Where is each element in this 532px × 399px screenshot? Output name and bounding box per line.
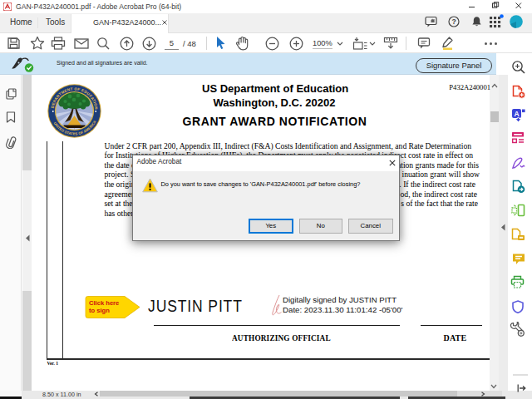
svg-text:A: A bbox=[514, 110, 519, 118]
svg-text:?: ? bbox=[451, 17, 456, 26]
